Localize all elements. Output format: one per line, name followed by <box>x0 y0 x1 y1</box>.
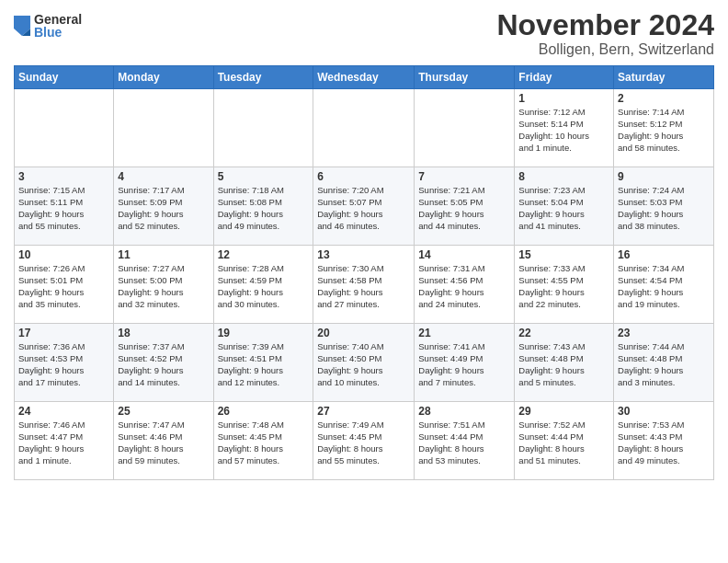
day-number: 2 <box>618 92 710 105</box>
calendar-cell: 22Sunrise: 7:43 AM Sunset: 4:48 PM Dayli… <box>515 324 614 402</box>
day-info: Sunrise: 7:14 AM Sunset: 5:12 PM Dayligh… <box>618 107 710 154</box>
day-number: 6 <box>317 170 410 183</box>
day-info: Sunrise: 7:46 AM Sunset: 4:47 PM Dayligh… <box>18 419 109 466</box>
day-info: Sunrise: 7:17 AM Sunset: 5:09 PM Dayligh… <box>118 185 209 232</box>
calendar-cell <box>415 89 515 167</box>
day-number: 3 <box>18 170 109 183</box>
calendar-cell: 8Sunrise: 7:23 AM Sunset: 5:04 PM Daylig… <box>515 167 614 246</box>
page: General Blue November 2024 Bolligen, Ber… <box>0 0 728 563</box>
day-number: 22 <box>518 327 609 339</box>
day-number: 17 <box>18 327 109 339</box>
calendar-cell: 27Sunrise: 7:49 AM Sunset: 4:45 PM Dayli… <box>313 402 415 480</box>
day-info: Sunrise: 7:47 AM Sunset: 4:46 PM Dayligh… <box>118 419 209 466</box>
day-number: 28 <box>418 405 510 418</box>
day-number: 13 <box>317 248 410 261</box>
day-number: 7 <box>418 170 510 183</box>
calendar-cell: 14Sunrise: 7:31 AM Sunset: 4:56 PM Dayli… <box>415 246 515 324</box>
calendar-cell: 3Sunrise: 7:15 AM Sunset: 5:11 PM Daylig… <box>15 167 114 246</box>
day-number: 5 <box>218 170 310 183</box>
day-number: 24 <box>18 405 109 418</box>
day-number: 23 <box>618 327 710 339</box>
day-info: Sunrise: 7:43 AM Sunset: 4:48 PM Dayligh… <box>518 341 609 388</box>
day-number: 30 <box>618 405 710 418</box>
calendar-cell: 7Sunrise: 7:21 AM Sunset: 5:05 PM Daylig… <box>415 167 515 246</box>
header-thursday: Thursday <box>415 66 515 89</box>
calendar-cell <box>114 89 213 167</box>
day-number: 1 <box>518 92 609 105</box>
calendar-week-1: 3Sunrise: 7:15 AM Sunset: 5:11 PM Daylig… <box>15 167 714 246</box>
location: Bolligen, Bern, Switzerland <box>496 41 714 58</box>
day-info: Sunrise: 7:33 AM Sunset: 4:55 PM Dayligh… <box>518 263 609 310</box>
calendar-cell <box>15 89 114 167</box>
day-number: 25 <box>118 405 209 418</box>
calendar-cell: 9Sunrise: 7:24 AM Sunset: 5:03 PM Daylig… <box>614 167 714 246</box>
day-info: Sunrise: 7:12 AM Sunset: 5:14 PM Dayligh… <box>518 107 609 154</box>
calendar-cell: 10Sunrise: 7:26 AM Sunset: 5:01 PM Dayli… <box>15 246 114 324</box>
day-info: Sunrise: 7:41 AM Sunset: 4:49 PM Dayligh… <box>418 341 510 388</box>
calendar-week-0: 1Sunrise: 7:12 AM Sunset: 5:14 PM Daylig… <box>15 89 714 167</box>
calendar-cell: 18Sunrise: 7:37 AM Sunset: 4:52 PM Dayli… <box>114 324 213 402</box>
calendar-cell: 11Sunrise: 7:27 AM Sunset: 5:00 PM Dayli… <box>114 246 213 324</box>
day-number: 9 <box>618 170 710 183</box>
calendar-cell: 5Sunrise: 7:18 AM Sunset: 5:08 PM Daylig… <box>213 167 313 246</box>
day-info: Sunrise: 7:36 AM Sunset: 4:53 PM Dayligh… <box>18 341 109 388</box>
header-saturday: Saturday <box>614 66 714 89</box>
calendar-cell: 23Sunrise: 7:44 AM Sunset: 4:48 PM Dayli… <box>614 324 714 402</box>
logo-blue-text: Blue <box>34 26 82 39</box>
day-info: Sunrise: 7:51 AM Sunset: 4:44 PM Dayligh… <box>418 419 510 466</box>
calendar-body: 1Sunrise: 7:12 AM Sunset: 5:14 PM Daylig… <box>15 89 714 480</box>
logo-icon <box>14 16 30 36</box>
calendar-cell: 16Sunrise: 7:34 AM Sunset: 4:54 PM Dayli… <box>614 246 714 324</box>
day-info: Sunrise: 7:15 AM Sunset: 5:11 PM Dayligh… <box>18 185 109 232</box>
day-info: Sunrise: 7:40 AM Sunset: 4:50 PM Dayligh… <box>317 341 410 388</box>
day-number: 19 <box>218 327 310 339</box>
header: General Blue November 2024 Bolligen, Ber… <box>14 9 714 58</box>
header-sunday: Sunday <box>15 66 114 89</box>
calendar-cell: 17Sunrise: 7:36 AM Sunset: 4:53 PM Dayli… <box>15 324 114 402</box>
day-number: 26 <box>218 405 310 418</box>
day-info: Sunrise: 7:49 AM Sunset: 4:45 PM Dayligh… <box>317 419 410 466</box>
day-info: Sunrise: 7:27 AM Sunset: 5:00 PM Dayligh… <box>118 263 209 310</box>
day-info: Sunrise: 7:31 AM Sunset: 4:56 PM Dayligh… <box>418 263 510 310</box>
day-info: Sunrise: 7:34 AM Sunset: 4:54 PM Dayligh… <box>618 263 710 310</box>
day-info: Sunrise: 7:20 AM Sunset: 5:07 PM Dayligh… <box>317 185 410 232</box>
calendar-cell: 6Sunrise: 7:20 AM Sunset: 5:07 PM Daylig… <box>313 167 415 246</box>
calendar-header: Sunday Monday Tuesday Wednesday Thursday… <box>15 66 714 89</box>
day-number: 27 <box>317 405 410 418</box>
day-info: Sunrise: 7:37 AM Sunset: 4:52 PM Dayligh… <box>118 341 209 388</box>
month-title: November 2024 <box>496 9 714 41</box>
day-number: 4 <box>118 170 209 183</box>
day-number: 15 <box>518 248 609 261</box>
day-info: Sunrise: 7:24 AM Sunset: 5:03 PM Dayligh… <box>618 185 710 232</box>
calendar-cell: 13Sunrise: 7:30 AM Sunset: 4:58 PM Dayli… <box>313 246 415 324</box>
day-info: Sunrise: 7:48 AM Sunset: 4:45 PM Dayligh… <box>218 419 310 466</box>
header-wednesday: Wednesday <box>313 66 415 89</box>
calendar-cell: 26Sunrise: 7:48 AM Sunset: 4:45 PM Dayli… <box>213 402 313 480</box>
calendar-week-4: 24Sunrise: 7:46 AM Sunset: 4:47 PM Dayli… <box>15 402 714 480</box>
calendar-cell <box>213 89 313 167</box>
day-number: 8 <box>518 170 609 183</box>
day-info: Sunrise: 7:23 AM Sunset: 5:04 PM Dayligh… <box>518 185 609 232</box>
day-number: 12 <box>218 248 310 261</box>
day-info: Sunrise: 7:28 AM Sunset: 4:59 PM Dayligh… <box>218 263 310 310</box>
day-number: 10 <box>18 248 109 261</box>
calendar-week-2: 10Sunrise: 7:26 AM Sunset: 5:01 PM Dayli… <box>15 246 714 324</box>
day-info: Sunrise: 7:44 AM Sunset: 4:48 PM Dayligh… <box>618 341 710 388</box>
day-number: 20 <box>317 327 410 339</box>
title-area: November 2024 Bolligen, Bern, Switzerlan… <box>496 9 714 58</box>
calendar-cell <box>313 89 415 167</box>
day-info: Sunrise: 7:21 AM Sunset: 5:05 PM Dayligh… <box>418 185 510 232</box>
logo: General Blue <box>14 13 82 39</box>
calendar-cell: 12Sunrise: 7:28 AM Sunset: 4:59 PM Dayli… <box>213 246 313 324</box>
calendar-cell: 29Sunrise: 7:52 AM Sunset: 4:44 PM Dayli… <box>515 402 614 480</box>
day-number: 16 <box>618 248 710 261</box>
calendar-cell: 25Sunrise: 7:47 AM Sunset: 4:46 PM Dayli… <box>114 402 213 480</box>
header-friday: Friday <box>515 66 614 89</box>
day-number: 29 <box>518 405 609 418</box>
calendar-table: Sunday Monday Tuesday Wednesday Thursday… <box>14 65 714 480</box>
day-info: Sunrise: 7:39 AM Sunset: 4:51 PM Dayligh… <box>218 341 310 388</box>
weekday-header-row: Sunday Monday Tuesday Wednesday Thursday… <box>15 66 714 89</box>
header-monday: Monday <box>114 66 213 89</box>
day-number: 14 <box>418 248 510 261</box>
calendar-cell: 4Sunrise: 7:17 AM Sunset: 5:09 PM Daylig… <box>114 167 213 246</box>
